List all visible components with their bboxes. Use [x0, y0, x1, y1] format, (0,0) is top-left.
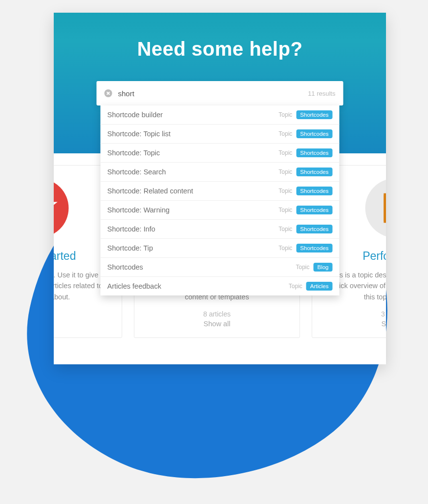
help-panel: Need some help? 11 results Shortcode bui…: [54, 13, 386, 364]
result-item[interactable]: Shortcode: Tip Topic Shortcodes: [101, 239, 340, 258]
result-badge: Shortcodes: [296, 225, 332, 233]
result-title: Shortcode: Tip: [107, 244, 275, 252]
svg-point-6: [365, 179, 386, 238]
search-results: Shortcode builder Topic Shortcodes Short…: [101, 105, 340, 295]
result-badge: Shortcodes: [296, 148, 332, 157]
result-title: Shortcode: Warning: [107, 206, 275, 214]
star-icon: [54, 177, 70, 239]
show-all-link[interactable]: Show all: [54, 320, 109, 328]
result-meta-label: Topic: [278, 168, 292, 175]
result-meta-label: Topic: [278, 245, 292, 252]
result-title: Shortcode: Topic: [107, 149, 275, 157]
result-badge: Blog: [313, 263, 332, 272]
topic-article-count: 3 articles: [325, 310, 386, 318]
result-title: Shortcodes: [107, 263, 292, 271]
result-badge: Shortcodes: [296, 206, 332, 214]
result-meta-label: Topic: [278, 149, 292, 156]
result-title: Articles feedback: [107, 282, 285, 290]
result-meta-label: Topic: [278, 111, 292, 118]
result-item[interactable]: Shortcode: Info Topic Shortcodes: [101, 220, 340, 239]
result-meta-label: Topic: [278, 188, 292, 194]
result-badge: Shortcodes: [296, 129, 332, 138]
result-title: Shortcode: Related content: [107, 187, 275, 195]
hero-title: Need some help?: [54, 13, 386, 60]
clear-icon[interactable]: [105, 89, 112, 97]
show-all-link[interactable]: Show all: [147, 320, 287, 328]
search-wrap: 11 results Shortcode builder Topic Short…: [97, 81, 343, 295]
result-item[interactable]: Shortcode: Topic Topic Shortcodes: [101, 144, 340, 163]
result-badge: Shortcodes: [296, 110, 332, 119]
result-meta-label: Topic: [296, 264, 309, 271]
result-badge: Shortcodes: [296, 168, 332, 176]
result-item[interactable]: Shortcode: Warning Topic Shortcodes: [101, 201, 340, 220]
result-item[interactable]: Articles feedback Topic Articles: [101, 277, 340, 295]
result-badge: Shortcodes: [296, 187, 332, 195]
search-box: 11 results: [97, 81, 343, 105]
show-all-link[interactable]: Show all: [325, 320, 386, 328]
result-badge: Shortcodes: [296, 244, 332, 252]
topic-article-count: 8 articles: [147, 310, 287, 318]
search-input[interactable]: [118, 89, 302, 98]
result-title: Shortcode: Info: [107, 225, 275, 233]
result-item[interactable]: Shortcode: Topic list Topic Shortcodes: [101, 125, 340, 144]
result-item[interactable]: Shortcode: Search Topic Shortcodes: [101, 163, 340, 182]
result-meta-label: Topic: [278, 130, 292, 137]
result-title: Shortcode: Search: [107, 168, 275, 176]
result-title: Shortcode: Topic list: [107, 130, 275, 138]
result-item[interactable]: Shortcodes Topic Blog: [101, 258, 340, 277]
result-badge: Articles: [306, 282, 333, 291]
result-item[interactable]: Shortcode builder Topic Shortcodes: [101, 105, 340, 125]
svg-point-0: [54, 179, 68, 238]
result-count: 11 results: [308, 90, 335, 97]
result-meta-label: Topic: [289, 283, 302, 290]
result-meta-label: Topic: [278, 207, 292, 213]
svg-rect-8: [384, 193, 386, 223]
book-icon: [364, 177, 386, 239]
result-title: Shortcode builder: [107, 111, 275, 119]
result-item[interactable]: Shortcode: Related content Topic Shortco…: [101, 182, 340, 201]
topic-article-count: 4 articles: [54, 310, 109, 318]
result-meta-label: Topic: [278, 226, 292, 232]
